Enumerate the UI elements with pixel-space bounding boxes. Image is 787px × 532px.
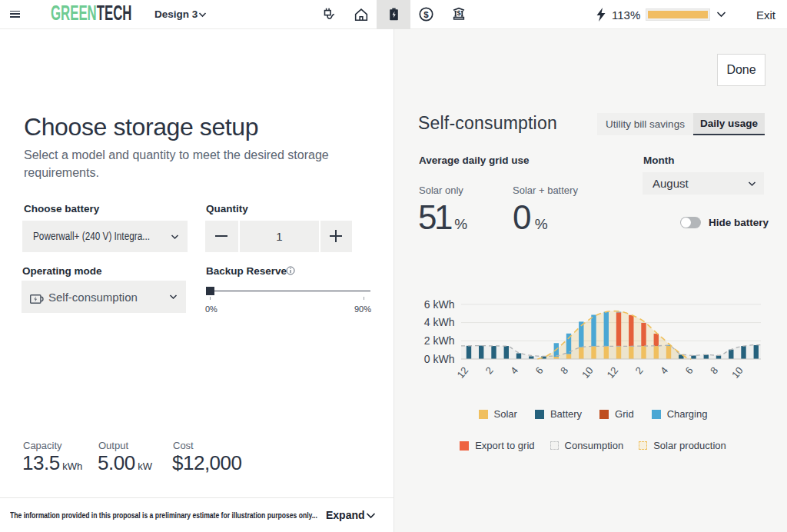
svg-text:12: 12 [605, 364, 621, 381]
svg-text:2: 2 [633, 364, 646, 376]
svg-text:10: 10 [729, 364, 745, 381]
svg-text:2: 2 [483, 364, 496, 376]
svg-text:$: $ [457, 9, 460, 17]
svg-text:0 kWh: 0 kWh [424, 353, 455, 365]
svg-text:$: $ [423, 9, 429, 18]
svg-text:10: 10 [579, 364, 596, 381]
svg-text:4: 4 [658, 364, 670, 376]
svg-text:6: 6 [683, 364, 696, 376]
svg-text:8: 8 [558, 364, 570, 376]
svg-text:6: 6 [533, 364, 546, 376]
svg-text:4: 4 [508, 364, 520, 376]
svg-text:12: 12 [455, 364, 471, 381]
svg-text:8: 8 [708, 364, 720, 376]
svg-text:2 kWh: 2 kWh [424, 334, 455, 347]
svg-text:6 kWh: 6 kWh [424, 298, 455, 311]
svg-text:4 kWh: 4 kWh [424, 316, 455, 328]
